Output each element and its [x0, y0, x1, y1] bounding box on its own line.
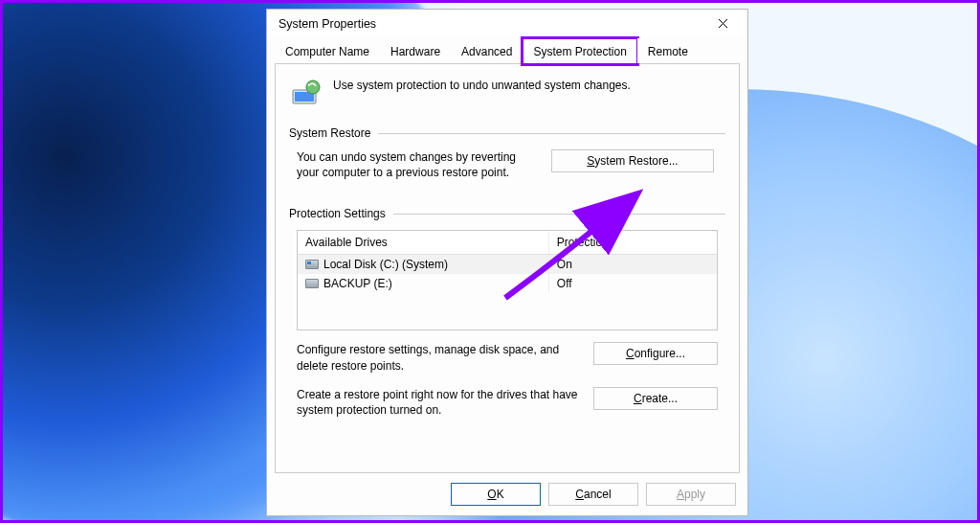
- column-protection: Protection: [549, 231, 717, 254]
- tab-computer-name[interactable]: Computer Name: [275, 38, 380, 63]
- ok-button[interactable]: OK: [451, 483, 541, 506]
- drive-row[interactable]: BACKUP (E:) Off: [298, 274, 717, 293]
- group-protection-settings: Protection Settings: [289, 207, 725, 220]
- disk-icon: [305, 279, 319, 288]
- drive-protection-status: Off: [549, 274, 717, 293]
- apply-button: Apply: [646, 483, 736, 506]
- configure-description: Configure restore settings, manage disk …: [297, 342, 578, 373]
- svg-point-2: [306, 80, 320, 94]
- dialog-buttons: OK Cancel Apply: [267, 473, 747, 515]
- system-properties-dialog: System Properties Computer Name Hardware…: [266, 9, 748, 516]
- cancel-button[interactable]: Cancel: [548, 483, 638, 506]
- tab-panel-system-protection: Use system protection to undo unwanted s…: [275, 63, 740, 473]
- configure-button[interactable]: Configure...: [593, 342, 718, 365]
- tab-advanced[interactable]: Advanced: [451, 38, 523, 63]
- drive-row[interactable]: Local Disk (C:) (System) On: [298, 255, 717, 274]
- tab-remote[interactable]: Remote: [637, 38, 699, 63]
- tab-system-protection[interactable]: System Protection: [523, 38, 636, 64]
- intro-text: Use system protection to undo unwanted s…: [333, 77, 631, 109]
- drives-header: Available Drives Protection: [298, 231, 717, 255]
- window-title: System Properties: [278, 17, 376, 31]
- drive-name: Local Disk (C:) (System): [323, 258, 448, 271]
- titlebar: System Properties: [267, 10, 747, 37]
- drive-protection-status: On: [549, 255, 717, 274]
- system-protection-icon: [289, 77, 322, 109]
- group-system-restore: System Restore: [289, 126, 725, 140]
- create-description: Create a restore point right now for the…: [297, 387, 578, 418]
- system-restore-button[interactable]: System Restore...: [551, 149, 714, 172]
- column-available-drives: Available Drives: [298, 231, 549, 254]
- tab-hardware[interactable]: Hardware: [380, 38, 451, 63]
- create-button[interactable]: Create...: [593, 387, 718, 410]
- drive-name: BACKUP (E:): [323, 277, 392, 290]
- disk-icon: [305, 260, 319, 269]
- drives-table[interactable]: Available Drives Protection Local Disk (…: [297, 230, 718, 330]
- tab-strip: Computer Name Hardware Advanced System P…: [267, 37, 747, 473]
- close-button[interactable]: [709, 11, 736, 37]
- system-restore-description: You can undo system changes by reverting…: [297, 149, 536, 180]
